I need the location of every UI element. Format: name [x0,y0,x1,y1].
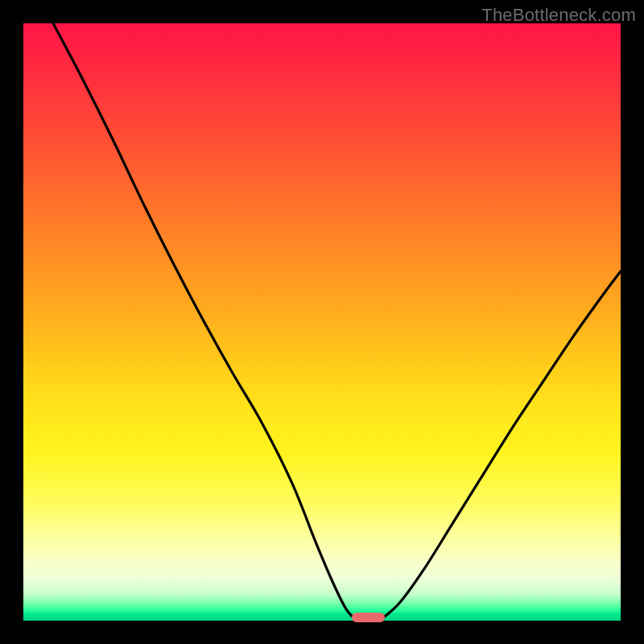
curve-right-branch [382,271,621,619]
optimal-range-marker [352,613,385,622]
curve-left-branch [53,23,355,619]
watermark-text: TheBottleneck.com [481,5,636,26]
chart-frame: TheBottleneck.com [0,0,644,644]
bottleneck-curve [23,23,621,621]
plot-area [23,23,621,621]
